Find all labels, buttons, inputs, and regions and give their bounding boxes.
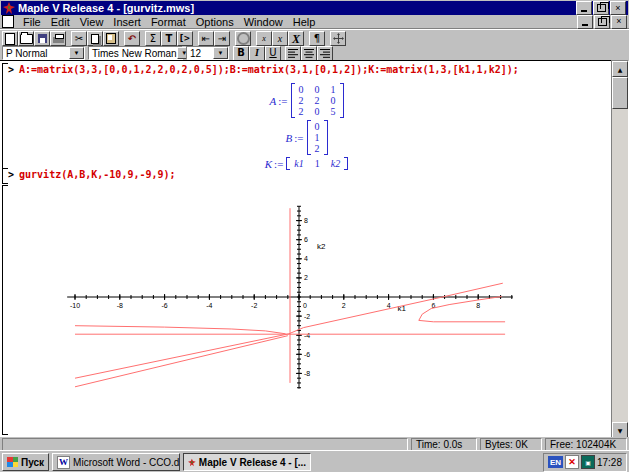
maple-output-area: A:=001220205B:=012K:=k11k2 [0, 82, 613, 171]
assign-operator: := [278, 95, 287, 107]
zoom-large-button[interactable]: X [288, 31, 304, 46]
save-button[interactable] [34, 31, 50, 46]
task-button-maple[interactable]: Maple V Release 4 - [... [183, 453, 311, 471]
cut-button[interactable]: ✂ [71, 31, 87, 46]
matrix-cell: 0 [315, 121, 320, 132]
y-tick-label: 6 [304, 236, 308, 243]
scroll-up-button[interactable]: ▲ [612, 61, 628, 77]
curve-lower-diagonal [75, 336, 288, 387]
x-tick-label: -8 [117, 302, 123, 309]
previous-section-button[interactable]: ⇤ [198, 31, 214, 46]
curve-upper-left-branch [75, 326, 286, 334]
matrix-cell: 2 [315, 95, 320, 106]
start-button[interactable]: Пуск [2, 453, 49, 471]
menu-item-edit[interactable]: Edit [46, 16, 75, 28]
maple-input-2-code[interactable]: gurvitz(A,B,K,-10,9,-9,9); [19, 169, 176, 180]
paste-button[interactable] [103, 31, 119, 46]
resize-mode-button[interactable] [330, 31, 346, 46]
x-tick-label: 4 [387, 302, 391, 309]
font-value: Times New Roman [92, 48, 177, 59]
menu-item-help[interactable]: Help [288, 16, 321, 28]
y-axis-label: k2 [317, 242, 326, 251]
worksheet-system-icon[interactable] [2, 15, 14, 28]
y-tick-label: -6 [304, 351, 310, 358]
y-tick-label: 2 [304, 274, 308, 281]
child-restore-button[interactable] [594, 15, 610, 29]
maple-input-2[interactable]: > gurvitz(A,B,K,-10,9,-9,9); [8, 169, 176, 180]
vertical-scrollbar[interactable]: ▲ ▼ [611, 60, 629, 439]
close-button[interactable]: × [610, 1, 626, 15]
style-dropdown-icon[interactable]: ▼ [69, 47, 84, 59]
matrix-cell: 0 [331, 95, 336, 106]
italic-icon: I [255, 48, 259, 58]
menu-item-insert[interactable]: Insert [108, 16, 146, 28]
menu-item-window[interactable]: Window [239, 16, 288, 28]
align-left-icon [288, 49, 298, 58]
taskbar: Пуск W Microsoft Word - ССО.doc Maple V … [0, 450, 629, 472]
menu-item-format[interactable]: Format [146, 16, 191, 28]
restore-button[interactable] [593, 1, 609, 15]
underline-button[interactable]: U [265, 46, 281, 61]
output-A: A:=001220205 [270, 83, 344, 118]
y-tick-label: 4 [304, 255, 308, 262]
menu-item-view[interactable]: View [75, 16, 109, 28]
x-tick-label: 0 [303, 302, 307, 309]
scrollbar-thumb[interactable] [612, 77, 628, 109]
x-tick-label: 2 [342, 302, 346, 309]
style-select[interactable]: P Normal ▼ [2, 46, 85, 60]
stop-button[interactable] [235, 31, 251, 46]
arrow-right-bar-icon: ⇥ [218, 34, 226, 44]
plot-canvas: -10-8-6-4-2024688642-2-4-6-8k1k2 [55, 193, 520, 413]
task-maple-label: Maple V Release 4 - [... [199, 457, 306, 468]
maple-input-1-code[interactable]: A:=matrix(3,3,[0,0,1,2,2,0,2,0,5]);B:=ma… [19, 64, 519, 75]
child-restore-icon [598, 18, 607, 26]
italic-button[interactable]: I [249, 46, 265, 61]
scissors-icon: ✂ [75, 34, 83, 44]
tray-monitor-icon[interactable]: ▣ [581, 455, 595, 469]
menu-bar: FileEditViewInsertFormatOptionsWindowHel… [0, 15, 629, 29]
matrix-K: k11k2 [286, 157, 348, 170]
matrix-cell: 1 [315, 132, 320, 143]
show-invisibles-button[interactable]: ¶ [309, 31, 325, 46]
child-minimize-button[interactable] [577, 15, 593, 29]
matrix-cell: 0 [315, 106, 320, 117]
scroll-down-icon: ▼ [618, 427, 623, 434]
insert-maple-input-button[interactable]: [> [177, 31, 193, 46]
menu-item-file[interactable]: File [18, 16, 46, 28]
size-value: 12 [190, 48, 201, 59]
next-section-button[interactable]: ⇥ [214, 31, 230, 46]
undo-button[interactable]: ↶ [124, 31, 140, 46]
language-indicator[interactable]: EN [548, 456, 563, 468]
align-left-button[interactable] [285, 46, 301, 61]
minimize-button[interactable] [576, 1, 592, 15]
maple-input-1[interactable]: > A:=matrix(3,3,[0,0,1,2,2,0,2,0,5]);B:=… [8, 64, 519, 75]
open-button[interactable] [18, 31, 34, 46]
child-close-button[interactable]: × [611, 15, 627, 29]
size-select[interactable]: 12 ▼ [186, 46, 229, 60]
copy-button[interactable] [87, 31, 103, 46]
y-tick-label: -4 [304, 332, 310, 339]
child-minimize-icon [582, 24, 588, 26]
align-center-icon [304, 49, 314, 58]
align-right-button[interactable] [317, 46, 333, 61]
tray-clock: 17:28 [597, 457, 622, 468]
new-button[interactable] [2, 31, 18, 46]
font-select[interactable]: Times New Roman ▼ [88, 46, 183, 60]
task-button-word[interactable]: W Microsoft Word - ССО.doc [52, 453, 180, 471]
print-button[interactable] [50, 31, 66, 46]
matrix-cell: 5 [331, 106, 336, 117]
maple-prompt-icon: [> [180, 35, 190, 43]
align-center-button[interactable] [301, 46, 317, 61]
start-label: Пуск [21, 457, 44, 468]
zoom-medium-button[interactable]: x [272, 31, 288, 46]
insert-text-button[interactable]: T [161, 31, 177, 46]
window-title: Maple V Release 4 - [gurvitz.mws] [18, 2, 575, 14]
tray-red-cross-icon[interactable]: ✕ [565, 455, 579, 469]
menu-item-options[interactable]: Options [191, 16, 239, 28]
size-dropdown-icon[interactable]: ▼ [213, 47, 228, 59]
scroll-down-button[interactable]: ▼ [612, 422, 628, 438]
bold-button[interactable]: B [233, 46, 249, 61]
underline-icon: U [269, 48, 276, 58]
zoom-small-button[interactable]: x [256, 31, 272, 46]
insert-sum-button[interactable]: Σ [145, 31, 161, 46]
